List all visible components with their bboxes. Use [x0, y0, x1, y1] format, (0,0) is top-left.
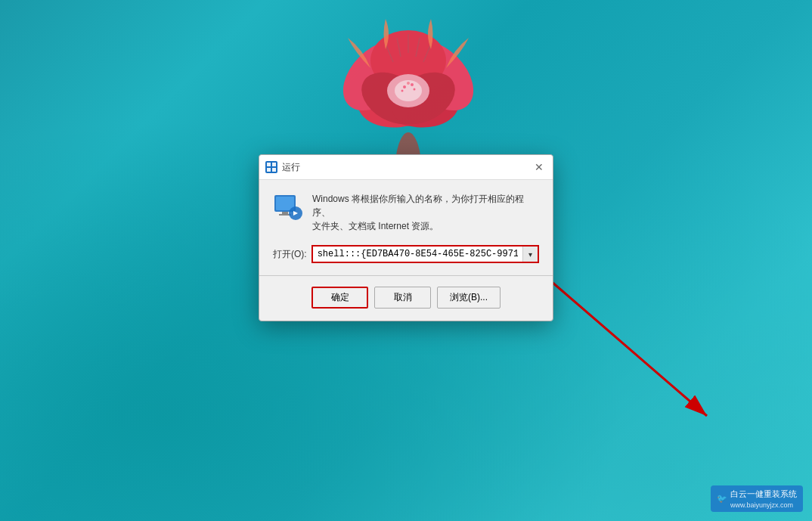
run-dialog: 运行 ✕ [259, 154, 553, 321]
dialog-buttons: 确定 取消 浏览(B)... [273, 287, 539, 312]
dialog-content: Windows 将根据你所输入的名称，为你打开相应的程序、文件夹、文档或 Int… [259, 180, 553, 321]
browse-button[interactable]: 浏览(B)... [437, 287, 501, 309]
dropdown-arrow[interactable]: ▾ [522, 247, 538, 262]
svg-rect-25 [272, 168, 276, 172]
svg-rect-22 [267, 163, 271, 166]
run-app-icon [265, 161, 277, 173]
watermark-text: 白云一健重装系统 www.baiyunyjzx.com [730, 488, 797, 509]
dialog-input-row: 打开(O): ▾ [273, 245, 539, 263]
run-input[interactable] [313, 247, 522, 262]
svg-rect-23 [272, 163, 276, 166]
cancel-button[interactable]: 取消 [374, 287, 431, 309]
input-wrapper: ▾ [311, 245, 539, 263]
dialog-title: 运行 [282, 161, 300, 174]
separator [259, 275, 553, 276]
ok-button[interactable]: 确定 [311, 287, 368, 309]
close-button[interactable]: ✕ [532, 160, 547, 175]
dialog-description: Windows 将根据你所输入的名称，为你打开相应的程序、文件夹、文档或 Int… [312, 192, 539, 233]
input-label: 打开(O): [273, 248, 307, 261]
run-icon-large [273, 192, 303, 222]
dialog-header: Windows 将根据你所输入的名称，为你打开相应的程序、文件夹、文档或 Int… [273, 192, 539, 233]
dialog-overlay: 运行 ✕ [0, 0, 812, 521]
watermark: 🐦 白云一健重装系统 www.baiyunyjzx.com [711, 485, 803, 512]
dialog-titlebar: 运行 ✕ [259, 155, 553, 180]
watermark-icon: 🐦 [717, 494, 727, 504]
svg-rect-24 [267, 168, 271, 172]
svg-rect-28 [282, 212, 288, 214]
titlebar-left: 运行 [265, 161, 300, 174]
